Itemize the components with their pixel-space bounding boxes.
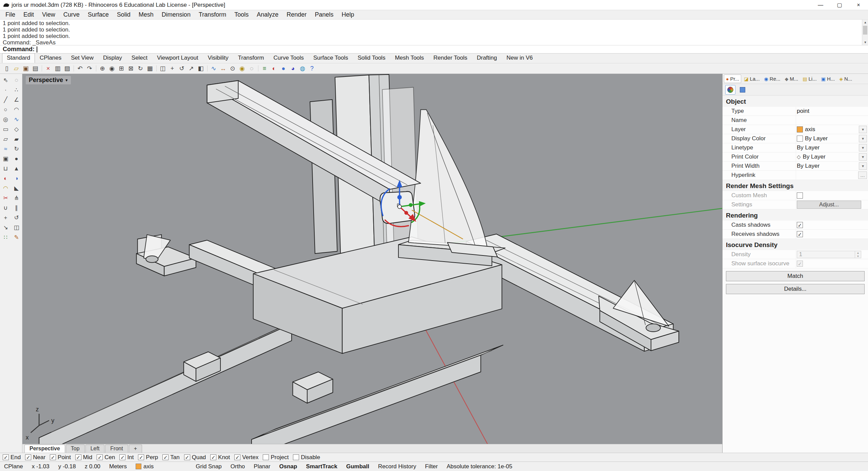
display-color-dropdown-icon[interactable] xyxy=(859,135,867,142)
spin-up-icon[interactable] xyxy=(855,251,861,254)
move-object-icon[interactable]: + xyxy=(1,213,11,222)
command-history-scrollbar[interactable] xyxy=(862,20,868,45)
layer-state-icon[interactable]: ≡ xyxy=(260,64,269,73)
tab-display[interactable]: Display xyxy=(98,53,127,63)
new-file-icon[interactable]: ▯ xyxy=(2,64,12,73)
status-record-history[interactable]: Record History xyxy=(378,463,421,470)
viewport-3d-model[interactable]: z y x xyxy=(22,74,722,444)
named-views-icon[interactable]: ▦ xyxy=(145,64,155,73)
menu-surface[interactable]: Surface xyxy=(84,11,113,19)
boolean-union-icon[interactable]: ◐ xyxy=(1,174,11,183)
open-file-icon[interactable]: ▱ xyxy=(12,64,21,73)
layer-dropdown-icon[interactable] xyxy=(859,126,867,133)
tab-set-view[interactable]: Set View xyxy=(66,53,98,63)
scale-icon[interactable]: ↗ xyxy=(186,64,196,73)
hyperlink-field[interactable] xyxy=(796,171,858,180)
cylinder-icon[interactable]: ⊔ xyxy=(1,164,11,173)
print-width-dropdown-icon[interactable] xyxy=(859,162,867,170)
status-layer[interactable]: axis xyxy=(136,463,158,470)
osnap-mid-checkbox[interactable]: Mid xyxy=(75,454,92,461)
scroll-thumb[interactable] xyxy=(863,26,867,35)
spin-down-icon[interactable] xyxy=(855,254,861,258)
status-y[interactable]: y -0.18 xyxy=(58,463,81,470)
redo-icon[interactable]: ↷ xyxy=(85,64,94,73)
rotate-icon[interactable]: ↺ xyxy=(177,64,186,73)
maximize-button[interactable]: ▢ xyxy=(830,0,849,10)
match-button[interactable]: Match xyxy=(726,271,865,281)
viewport-tab-front[interactable]: Front xyxy=(105,445,128,453)
array-icon[interactable]: ∷ xyxy=(1,233,11,242)
tab-cplanes[interactable]: CPlanes xyxy=(35,53,66,63)
select-brush-icon[interactable]: ◌ xyxy=(12,76,21,85)
polyline-icon[interactable]: ∠ xyxy=(12,95,21,104)
sphere-icon[interactable]: ● xyxy=(12,154,21,163)
rectangle-icon[interactable]: ▭ xyxy=(1,125,11,134)
tab-select[interactable]: Select xyxy=(127,53,152,63)
curve-tools-icon[interactable]: ∿ xyxy=(209,64,218,73)
join-icon[interactable]: ∪ xyxy=(1,203,11,212)
line-icon[interactable]: ╱ xyxy=(1,95,11,104)
undo-icon[interactable]: ↶ xyxy=(75,64,85,73)
details-button[interactable]: Details... xyxy=(726,284,865,294)
print-color-dropdown-icon[interactable] xyxy=(859,153,867,161)
help-icon[interactable]: ? xyxy=(307,64,317,73)
zoom-dynamic-icon[interactable]: ◉ xyxy=(107,64,117,73)
circle-icon[interactable]: ○ xyxy=(1,105,11,114)
menu-mesh[interactable]: Mesh xyxy=(135,11,158,19)
adjust-button[interactable]: Adjust... xyxy=(797,201,861,209)
rotate-object-icon[interactable]: ↺ xyxy=(12,213,21,222)
tab-render-tools[interactable]: Render Tools xyxy=(429,53,472,63)
mirror-object-icon[interactable]: ◫ xyxy=(12,223,21,232)
osnap-point-checkbox[interactable]: Point xyxy=(50,454,71,461)
tab-new-in-v6[interactable]: New in V6 xyxy=(502,53,537,63)
custom-mesh-checkbox[interactable] xyxy=(797,192,803,199)
osnap-project-checkbox[interactable]: Project xyxy=(263,454,289,461)
tab-transform[interactable]: Transform xyxy=(233,53,269,63)
chamfer-icon[interactable]: ◣ xyxy=(12,184,21,193)
layer-color-swatch[interactable] xyxy=(797,126,803,132)
lock-icon[interactable]: ◉ xyxy=(237,64,247,73)
zoom-window-icon[interactable]: ⊞ xyxy=(117,64,126,73)
close-button[interactable]: × xyxy=(849,0,868,10)
display-color-swatch[interactable] xyxy=(797,136,803,142)
status-cplane[interactable]: CPlane xyxy=(4,463,28,470)
status-filter[interactable]: Filter xyxy=(425,463,442,470)
cone-icon[interactable]: ▲ xyxy=(12,164,21,173)
copy-icon[interactable]: ▥ xyxy=(53,64,62,73)
tab-solid-tools[interactable]: Solid Tools xyxy=(353,53,390,63)
receives-shadows-checkbox[interactable] xyxy=(797,231,803,237)
density-spinner[interactable] xyxy=(855,251,861,258)
menu-curve[interactable]: Curve xyxy=(59,11,84,19)
panel-tab-rendering[interactable]: ◉ Re... xyxy=(763,75,782,83)
curve-edit-icon[interactable]: ✎ xyxy=(12,233,21,242)
print-width-select[interactable]: By Layer xyxy=(796,162,859,170)
measure-icon[interactable]: ↔ xyxy=(218,64,228,73)
status-planar[interactable]: Planar xyxy=(254,463,275,470)
split-icon[interactable]: ⋔ xyxy=(12,193,21,203)
osnap-cen-checkbox[interactable]: Cen xyxy=(97,454,115,461)
earth-icon[interactable]: ◍ xyxy=(298,64,307,73)
display-mode-icon[interactable]: ◐ xyxy=(269,64,279,73)
osnap-disable-checkbox[interactable]: Disable xyxy=(293,454,320,461)
panel-tab-materials[interactable]: ◆ M... xyxy=(783,75,800,83)
menu-transform[interactable]: Transform xyxy=(195,11,230,19)
osnap-vertex-checkbox[interactable]: Vertex xyxy=(234,454,258,461)
menu-file[interactable]: File xyxy=(1,11,19,19)
tab-visibility[interactable]: Visibility xyxy=(203,53,233,63)
menu-solid[interactable]: Solid xyxy=(113,11,135,19)
layer-select[interactable]: axis xyxy=(796,125,859,134)
delete-icon[interactable]: × xyxy=(43,64,53,73)
object-properties-subtab[interactable] xyxy=(725,85,735,95)
menu-analyze[interactable]: Analyze xyxy=(253,11,282,19)
status-smarttrack[interactable]: SmartTrack xyxy=(306,463,342,470)
tab-standard[interactable]: Standard xyxy=(2,53,35,63)
panel-tab-notes[interactable]: ◈ N... xyxy=(837,75,854,83)
menu-panels[interactable]: Panels xyxy=(311,11,337,19)
viewport-tab-left[interactable]: Left xyxy=(85,445,105,453)
viewport-tab-add[interactable]: + xyxy=(129,445,142,453)
linetype-dropdown-icon[interactable] xyxy=(859,144,867,151)
revolve-icon[interactable]: ↻ xyxy=(12,144,21,153)
tab-drafting[interactable]: Drafting xyxy=(472,53,502,63)
surface-corner-icon[interactable]: ▰ xyxy=(12,135,21,144)
menu-help[interactable]: Help xyxy=(337,11,358,19)
